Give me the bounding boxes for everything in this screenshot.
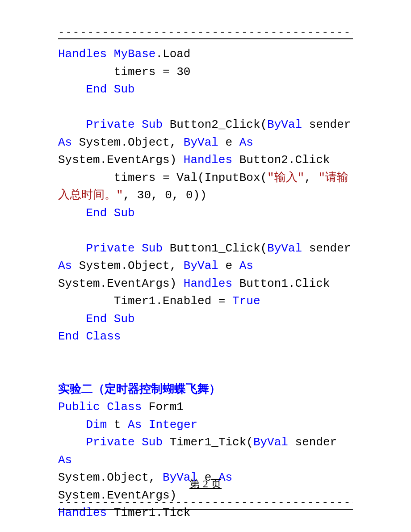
- kw-as: As: [58, 136, 72, 149]
- space: [72, 453, 79, 467]
- kw-as: As: [239, 259, 253, 272]
- kw-byval: ByVal: [267, 242, 302, 255]
- kw-as: As: [58, 259, 72, 272]
- kw-byval: ByVal: [184, 136, 218, 149]
- indent: [58, 312, 86, 326]
- kw-sub: Sub: [114, 83, 135, 96]
- text: timers = Val(InputBox(: [58, 171, 267, 184]
- space: [253, 259, 260, 272]
- kw-end: End: [58, 330, 79, 343]
- indent: [58, 118, 86, 131]
- kw-as: As: [239, 136, 253, 149]
- kw-public: Public: [58, 400, 100, 414]
- text: Form1: [142, 400, 184, 414]
- kw-true: True: [232, 294, 260, 308]
- kw-end: End: [86, 312, 107, 326]
- text: Timer1_Tick(: [163, 436, 253, 449]
- kw-private: Private: [86, 436, 134, 449]
- space: [135, 242, 142, 255]
- kw-private: Private: [86, 118, 134, 131]
- kw-class: Class: [107, 400, 142, 414]
- kw-handles: Handles: [58, 47, 107, 61]
- string-literal: 入总时间。": [58, 189, 123, 202]
- bottom-rule: [58, 509, 353, 510]
- text: ,: [304, 171, 318, 184]
- kw-integer: Integer: [149, 418, 197, 431]
- string-literal: "请输: [319, 171, 349, 184]
- text: Button1_Click(: [163, 242, 267, 255]
- kw-dim: Dim: [86, 418, 107, 431]
- indent: [58, 206, 86, 220]
- space: [100, 400, 107, 414]
- code-line: timers = 30: [58, 65, 190, 79]
- string-literal: "输入": [267, 171, 304, 184]
- indent: [58, 83, 86, 96]
- text: Button2_Click(: [163, 118, 267, 131]
- kw-sub: Sub: [114, 206, 135, 220]
- text-load: .Load: [155, 47, 190, 61]
- text: , 30, 0, 0)): [123, 189, 207, 202]
- text: sender: [302, 118, 358, 131]
- text: e: [218, 259, 239, 272]
- top-rule: [58, 38, 353, 39]
- text: Button2.Click: [232, 153, 330, 167]
- kw-as: As: [58, 453, 72, 467]
- text: Button1.Click: [232, 277, 330, 290]
- kw-private: Private: [86, 242, 134, 255]
- kw-sub: Sub: [142, 436, 163, 449]
- text: sender: [302, 242, 358, 255]
- kw-class: Class: [86, 330, 121, 343]
- kw-sub: Sub: [142, 242, 163, 255]
- space: [107, 83, 114, 96]
- kw-handles: Handles: [184, 277, 232, 290]
- kw-sub: Sub: [142, 118, 163, 131]
- kw-sub: Sub: [114, 312, 135, 326]
- footer: 第 2 页 ----------------------------------…: [58, 477, 353, 510]
- space: [135, 436, 142, 449]
- text: System.Object,: [72, 259, 184, 272]
- text: e: [218, 136, 239, 149]
- kw-byval: ByVal: [253, 436, 288, 449]
- space: [79, 330, 86, 343]
- section-2-title: 实验二（定时器控制蝴蝶飞舞）: [58, 383, 221, 396]
- space: [253, 136, 260, 149]
- kw-as: As: [128, 418, 142, 431]
- kw-byval: ByVal: [267, 118, 302, 131]
- bottom-dash-line: ----------------------------------------…: [58, 497, 353, 508]
- text: Timer1.Enabled =: [58, 294, 232, 308]
- kw-end: End: [86, 206, 107, 220]
- space: [107, 206, 114, 220]
- text: System.EventArgs): [58, 153, 184, 167]
- indent: [58, 436, 86, 449]
- kw-mybase: MyBase: [114, 47, 156, 61]
- kw-byval: ByVal: [184, 259, 218, 272]
- text: t: [107, 418, 128, 431]
- space: [135, 118, 142, 131]
- indent: [58, 242, 86, 255]
- kw-end: End: [86, 83, 107, 96]
- text: sender: [288, 436, 344, 449]
- space: [142, 418, 149, 431]
- document-page: ----------------------------------------…: [0, 0, 411, 532]
- space: [107, 47, 114, 61]
- text: System.EventArgs): [58, 277, 184, 290]
- page-number: 第 2 页: [189, 477, 222, 491]
- space: [107, 312, 114, 326]
- top-dash-line: ----------------------------------------…: [58, 27, 353, 38]
- text: System.Object,: [72, 136, 184, 149]
- code-block-1: Handles MyBase.Load timers = 30 End Sub …: [58, 46, 353, 522]
- kw-handles: Handles: [184, 153, 232, 167]
- indent: [58, 418, 86, 431]
